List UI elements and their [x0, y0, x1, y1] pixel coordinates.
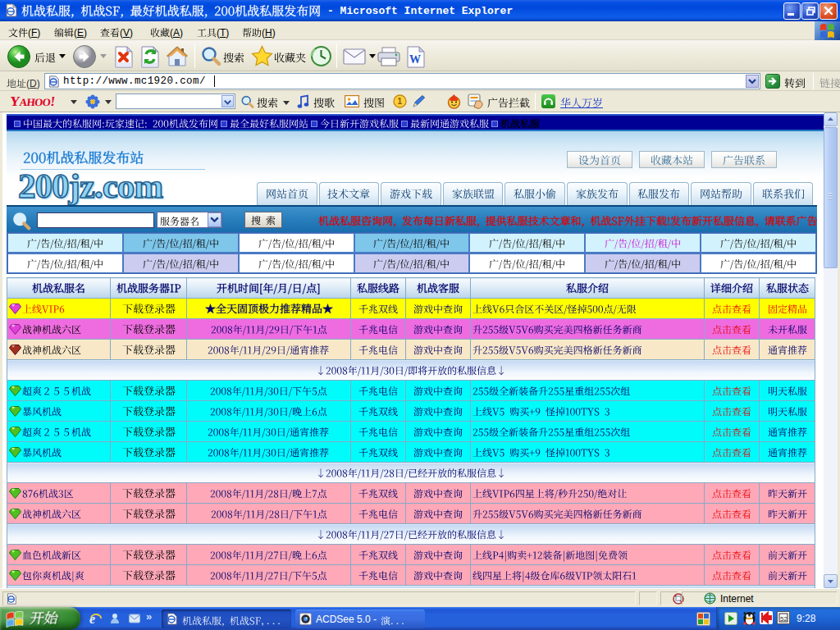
svg-text:52: 52	[780, 615, 788, 623]
svg-text:1: 1	[398, 97, 403, 106]
svg-text:W: W	[409, 53, 421, 66]
